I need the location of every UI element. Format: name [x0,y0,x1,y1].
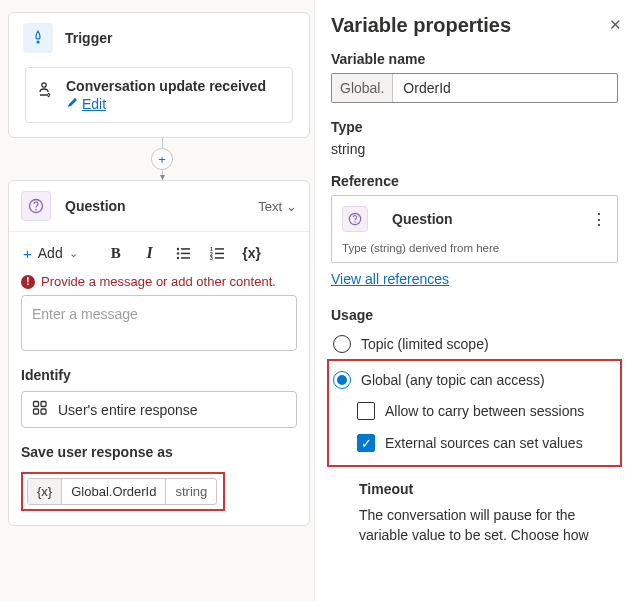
carry-sessions-checkbox[interactable]: Allow to carry between sessions [331,395,618,427]
bullet-list-button[interactable] [170,240,198,266]
save-variable-highlight: {x} Global.OrderId string [21,472,225,511]
radio-icon [333,335,351,353]
type-value: string [331,141,618,157]
error-icon: ! [21,275,35,289]
usage-global-label: Global (any topic can access) [361,372,545,388]
authoring-canvas: Trigger Conversation update received Edi… [0,0,316,601]
question-label: Question [65,198,258,214]
chevron-down-icon: ⌄ [286,199,297,214]
question-node[interactable]: Question Text ⌄ + Add ⌄ B I 123 {x} [8,180,310,526]
view-all-references-link[interactable]: View all references [331,271,618,287]
reference-more-button[interactable]: ⋮ [591,210,607,229]
trigger-event-content: Conversation update received Edit [66,78,266,112]
output-type-value: Text [258,199,282,214]
checkbox-icon: ✓ [357,434,375,452]
variable-chip-name: Global.OrderId [62,479,165,504]
svg-point-21 [354,221,355,222]
entity-icon [32,400,48,419]
svg-point-6 [177,252,179,254]
trigger-node[interactable]: Trigger Conversation update received Edi… [8,12,310,138]
trigger-label: Trigger [65,30,112,46]
type-label: Type [331,119,618,135]
svg-rect-11 [215,248,224,250]
usage-topic-label: Topic (limited scope) [361,336,489,352]
external-sources-label: External sources can set values [385,435,583,451]
variable-name-input[interactable]: Global. OrderId [331,73,618,103]
reference-card-head: Question ⋮ [342,206,607,232]
variable-insert-button[interactable]: {x} [238,240,266,266]
conversation-icon [38,78,56,112]
identify-label: Identify [9,351,309,391]
svg-rect-7 [181,252,190,254]
add-content-button[interactable]: + Add ⌄ [21,243,80,264]
reference-label: Reference [331,173,618,189]
save-variable-chip[interactable]: {x} Global.OrderId string [27,478,217,505]
plus-icon: + [23,245,32,262]
svg-point-0 [36,40,39,43]
variable-properties-panel: ✕ Variable properties Variable name Glob… [314,0,636,601]
chevron-down-icon: ⌄ [69,247,78,260]
identify-picker[interactable]: User's entire response [21,391,297,428]
add-label: Add [38,245,63,261]
timeout-label: Timeout [359,481,618,497]
svg-point-4 [177,247,179,249]
variable-name-value: OrderId [393,74,617,102]
add-node-button[interactable]: + [151,148,173,170]
svg-rect-15 [215,257,224,259]
usage-label: Usage [331,307,618,323]
question-icon [21,191,51,221]
timeout-description: The conversation will pause for the vari… [359,505,618,546]
save-response-label: Save user response as [9,428,309,468]
trigger-event-name: Conversation update received [66,78,266,94]
arrow-down-icon: ▾ [160,171,165,182]
identify-value: User's entire response [58,402,198,418]
checkbox-icon [357,402,375,420]
svg-point-8 [177,256,179,258]
trigger-icon [23,23,53,53]
panel-title: Variable properties [331,14,618,37]
radio-icon [333,371,351,389]
bold-button[interactable]: B [102,240,130,266]
trigger-event-box: Conversation update received Edit [25,67,293,123]
close-button[interactable]: ✕ [609,16,622,34]
trigger-body: Conversation update received Edit [9,59,309,137]
usage-section: Usage Topic (limited scope) Global (any … [331,307,618,546]
trigger-header: Trigger [9,13,309,59]
question-icon [342,206,368,232]
pencil-icon [66,97,78,112]
svg-point-1 [42,83,46,87]
message-input[interactable]: Enter a message [21,295,297,351]
svg-point-3 [35,209,37,211]
error-text: Provide a message or add other content. [41,274,276,289]
svg-rect-9 [181,257,190,259]
usage-global-radio[interactable]: Global (any topic can access) [331,365,618,395]
variable-name-prefix: Global. [332,74,393,102]
svg-rect-18 [34,409,39,414]
question-header: Question Text ⌄ [9,181,309,232]
reference-subtext: Type (string) derived from here [342,242,607,254]
variable-name-label: Variable name [331,51,618,67]
svg-rect-17 [41,402,46,407]
svg-rect-16 [34,402,39,407]
italic-button[interactable]: I [136,240,164,266]
carry-sessions-label: Allow to carry between sessions [385,403,584,419]
variable-chip-type: string [165,479,216,504]
reference-card[interactable]: Question ⋮ Type (string) derived from he… [331,195,618,263]
node-connector: + ▾ [8,138,316,180]
svg-text:3: 3 [210,255,213,260]
external-sources-checkbox[interactable]: ✓ External sources can set values [331,427,618,459]
svg-rect-13 [215,252,224,254]
output-type-dropdown[interactable]: Text ⌄ [258,199,297,214]
question-toolbar: + Add ⌄ B I 123 {x} [9,232,309,274]
usage-global-highlight: Global (any topic can access) Allow to c… [327,359,622,467]
error-message: ! Provide a message or add other content… [9,274,309,295]
reference-name: Question [392,211,453,227]
number-list-button[interactable]: 123 [204,240,232,266]
svg-rect-5 [181,248,190,250]
svg-rect-19 [41,409,46,414]
edit-trigger-link[interactable]: Edit [82,96,106,112]
usage-topic-radio[interactable]: Topic (limited scope) [331,329,618,359]
variable-chip-icon: {x} [28,479,62,504]
